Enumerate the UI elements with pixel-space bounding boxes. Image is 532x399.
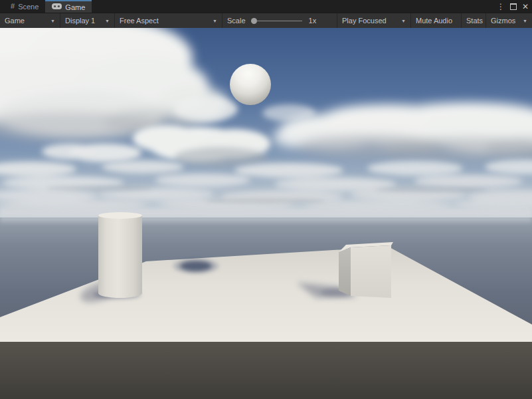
display-dropdown-label: Display 1 (65, 17, 95, 25)
scale-value: 1x (309, 17, 317, 25)
sphere (230, 64, 271, 105)
tab-bar: # Scene Game ⋮ ✕ (0, 0, 532, 13)
game-view-toolbar: Game ▼ Display 1 ▼ Free Aspect ▼ Scale 1… (0, 13, 532, 28)
window-controls: ⋮ ✕ (497, 0, 529, 13)
scale-control: Scale 1x (222, 13, 323, 28)
gamepad-icon (52, 3, 62, 11)
display-dropdown[interactable]: Display 1 ▼ (60, 13, 115, 28)
horizon-haze (0, 215, 532, 222)
chevron-down-icon: ▼ (397, 19, 406, 23)
game-mode-dropdown[interactable]: Game ▼ (0, 13, 60, 28)
chevron-down-icon: ▼ (46, 19, 55, 23)
stats-button[interactable]: Stats (462, 13, 486, 28)
stats-label: Stats (466, 17, 483, 25)
unity-game-window: # Scene Game ⋮ ✕ Game ▼ Display 1 (0, 0, 532, 399)
tab-game-label: Game (65, 3, 85, 11)
tab-scene-label: Scene (18, 3, 39, 11)
play-focused-label: Play Focused (342, 17, 387, 25)
close-icon[interactable]: ✕ (522, 3, 529, 11)
scale-slider[interactable] (251, 18, 302, 24)
scene-grid-icon: # (11, 3, 15, 10)
tab-scene[interactable]: # Scene (4, 0, 45, 13)
mute-audio-button[interactable]: Mute Audio (411, 13, 462, 28)
tab-game[interactable]: Game (45, 0, 92, 13)
chevron-down-icon: ▼ (101, 19, 110, 23)
window-menu-icon[interactable]: ⋮ (497, 3, 505, 11)
sphere-shadow (173, 259, 219, 273)
aspect-ratio-dropdown[interactable]: Free Aspect ▼ (115, 13, 222, 28)
chevron-down-icon: ▼ (209, 19, 217, 23)
rendered-scene (0, 28, 532, 399)
aspect-ratio-dropdown-label: Free Aspect (120, 17, 159, 25)
play-focused-dropdown[interactable]: Play Focused ▼ (337, 13, 411, 28)
platform-front-face (0, 342, 532, 399)
scale-slider-knob[interactable] (251, 18, 257, 24)
mute-audio-label: Mute Audio (416, 17, 452, 25)
maximize-icon[interactable] (510, 3, 517, 10)
scale-slider-track[interactable] (257, 21, 302, 21)
scale-label: Scale (227, 17, 246, 25)
chevron-down-icon: ▼ (519, 19, 527, 23)
game-mode-dropdown-label: Game (5, 17, 25, 25)
game-render-viewport[interactable] (0, 28, 532, 399)
gizmos-label: Gizmos (491, 17, 515, 25)
gizmos-dropdown[interactable]: Gizmos ▼ (486, 13, 532, 28)
